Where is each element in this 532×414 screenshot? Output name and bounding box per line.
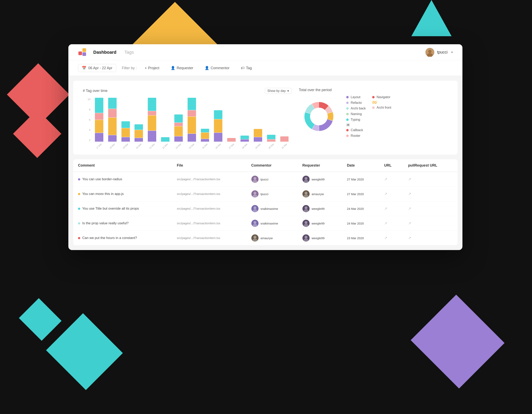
y-2: 2	[83, 139, 90, 142]
filter-requester[interactable]: 👤 Requester	[168, 65, 196, 71]
pr-url-cell[interactable]: ↗	[403, 231, 458, 245]
date-cell: 24 Mar 2020	[342, 216, 379, 231]
requester-cell: weegle99	[298, 231, 342, 245]
svg-point-7	[254, 177, 256, 180]
legend-item: Archi back	[346, 107, 366, 110]
bar-chart-title: # Tag over time	[83, 89, 108, 93]
svg-point-16	[304, 192, 307, 194]
url-cell[interactable]: ↗	[380, 172, 403, 187]
file-cell: src/pages/.../TransactionItem.tsx	[172, 231, 247, 245]
filter-tag[interactable]: 🏷 Tag	[238, 65, 255, 71]
x-label: 29 Mar	[253, 141, 263, 151]
bg-shape-red2	[13, 110, 61, 158]
date-cell: 27 Mar 2020	[342, 187, 379, 201]
legend-col-2: NavigatorArchi front	[372, 95, 391, 138]
bar-segment	[214, 119, 222, 133]
legend-dot	[346, 96, 349, 98]
bar-segment	[214, 110, 222, 119]
date-cell: 23 Mar 2020	[342, 231, 379, 245]
bar-segment	[201, 129, 209, 132]
username-label: tpucci	[437, 50, 447, 55]
bar-segment	[134, 130, 143, 138]
legend-dot	[346, 118, 349, 121]
bar-segment	[254, 129, 262, 137]
legend-icon: ♻	[346, 124, 350, 126]
url-cell[interactable]: ↗	[380, 231, 403, 245]
svg-point-28	[304, 221, 307, 224]
nav-tags[interactable]: Tags	[124, 50, 134, 55]
legend-item: ♻	[346, 124, 366, 126]
url-cell[interactable]: ↗	[380, 216, 403, 231]
legend-dot	[372, 96, 375, 98]
bar-chart	[92, 98, 292, 142]
donut-segment	[327, 112, 333, 121]
requester-cell: weegle99	[298, 216, 342, 231]
legend-item: Naming	[346, 112, 366, 116]
pr-url-cell[interactable]: ↗	[403, 216, 458, 231]
x-label: 21 Mar	[147, 141, 157, 151]
url-cell[interactable]: ↗	[380, 201, 403, 216]
user-menu-chevron[interactable]: ▾	[451, 50, 453, 54]
comment-cell: You use Title but override all its props	[73, 201, 172, 216]
bar-group	[200, 98, 211, 142]
bar-segment	[267, 135, 276, 139]
legend-label: Typing	[351, 118, 360, 122]
legend-label: Callback	[351, 128, 363, 132]
app-logo	[78, 48, 87, 57]
y-4: 4	[83, 128, 90, 131]
commentor-icon: 👤	[205, 66, 209, 70]
calendar-icon: 📅	[82, 66, 86, 70]
legend-dot	[372, 106, 375, 109]
bar-segment	[188, 134, 196, 142]
bar-group	[107, 98, 118, 142]
bar-segment	[95, 120, 103, 133]
table-row: You can use border-radiussrc/pages/.../T…	[73, 172, 458, 187]
nav-dashboard[interactable]: Dashboard	[93, 50, 116, 55]
x-label: 20 Mar	[134, 141, 143, 151]
svg-point-13	[254, 192, 256, 194]
svg-point-10	[304, 177, 307, 180]
nav-user: tpucci ▾	[426, 48, 453, 57]
url-cell[interactable]: ↗	[380, 187, 403, 201]
x-label: 31 Mar	[279, 141, 289, 151]
x-label: 27 Mar	[227, 141, 236, 151]
bar-segment	[214, 133, 222, 142]
svg-point-4	[428, 50, 431, 53]
col-requester: Requester	[298, 159, 342, 172]
bar-segment	[188, 117, 196, 133]
user-avatar	[426, 48, 434, 57]
bar-segment	[95, 98, 103, 113]
legend-dot	[346, 113, 349, 115]
filter-commentor[interactable]: 👤 Commentor	[202, 65, 232, 71]
donut-svg	[299, 96, 339, 137]
chart-day-control[interactable]: Show by day ▾	[265, 88, 292, 94]
y-axis: 10 8 6 4 2	[83, 98, 90, 142]
bg-shape-purple	[411, 295, 505, 389]
pr-url-cell[interactable]: ↗	[403, 187, 458, 201]
legend-dot	[346, 102, 349, 104]
requester-cell: weegle99	[298, 172, 342, 187]
col-comment: Comment	[73, 159, 172, 172]
top-nav: Dashboard Tags tpucci ▾	[68, 44, 462, 60]
x-label: 17 Mar	[94, 141, 104, 151]
bar-segment	[188, 98, 196, 110]
date-filter[interactable]: 📅 06 Apr - 22 Apr	[78, 64, 116, 72]
bar-segment	[108, 98, 117, 109]
filter-project[interactable]: ▪ Project	[142, 65, 162, 71]
bar-group	[173, 98, 184, 142]
svg-rect-1	[82, 48, 86, 52]
bar-segment	[188, 110, 196, 116]
bar-segment	[240, 135, 249, 139]
pr-url-cell[interactable]: ↗	[403, 172, 458, 187]
x-label: 23 Mar	[173, 141, 183, 151]
bar-segment	[174, 136, 183, 142]
legend-label: Archi back	[351, 107, 366, 110]
bar-group	[186, 98, 198, 142]
svg-rect-0	[78, 51, 82, 55]
commentor-cell: tpucci	[247, 187, 298, 201]
x-label: 22 Mar	[160, 141, 170, 151]
col-pr-url: pullRequest URL	[403, 159, 458, 172]
stripe-icon	[372, 101, 377, 104]
pr-url-cell[interactable]: ↗	[403, 201, 458, 216]
tag-icon: 🏷	[241, 66, 245, 70]
